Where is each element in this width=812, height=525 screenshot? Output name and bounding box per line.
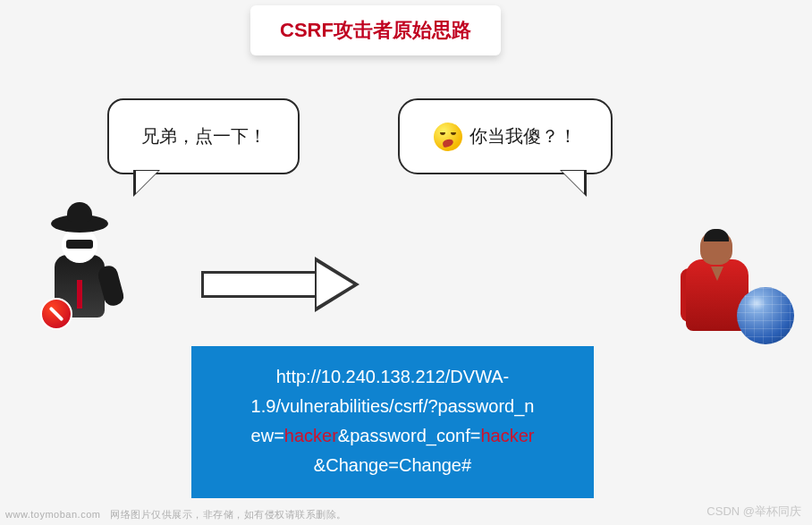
globe-icon — [737, 287, 794, 344]
watermark-disclaimer: 网络图片仅供展示，非存储，如有侵权请联系删除。 — [110, 509, 347, 520]
title-box: CSRF攻击者原始思路 — [250, 5, 501, 55]
victim-speech-text: 你当我傻？！ — [469, 124, 577, 148]
user-with-globe-icon — [682, 231, 794, 343]
url-line4: &Change=Change# — [314, 455, 471, 475]
url-line1: http://10.240.138.212/DVWA- — [276, 367, 510, 386]
url-line3a: ew= — [251, 426, 284, 445]
smirk-emoji-icon — [434, 123, 462, 151]
url-hacker1: hacker — [284, 426, 338, 445]
watermark-left: www.toymoban.com 网络图片仅供展示，非存储，如有侵权请联系删除。 — [5, 508, 347, 521]
url-line2: 1.9/vulnerabilities/csrf/?password_n — [251, 396, 535, 416]
title-text: CSRF攻击者原始思路 — [280, 17, 471, 44]
victim-figure — [682, 231, 794, 343]
attacker-icon — [44, 215, 115, 326]
attacker-speech-bubble: 兄弟，点一下！ — [107, 98, 300, 174]
watermark-csdn: CSDN @举杯同庆 — [706, 504, 801, 518]
url-hacker2: hacker — [480, 426, 534, 445]
url-line3c: &password_conf= — [338, 426, 481, 445]
attacker-speech-text: 兄弟，点一下！ — [141, 124, 266, 148]
forbidden-badge-icon — [40, 298, 72, 330]
arrow-right-icon — [201, 258, 371, 311]
victim-speech-bubble: 你当我傻？！ — [398, 98, 613, 174]
malicious-url-box: http://10.240.138.212/DVWA- 1.9/vulnerab… — [191, 346, 594, 498]
watermark-right: CSDN @举杯同庆 — [706, 504, 801, 520]
attacker-figure — [44, 215, 115, 326]
watermark-site: www.toymoban.com — [5, 509, 100, 520]
